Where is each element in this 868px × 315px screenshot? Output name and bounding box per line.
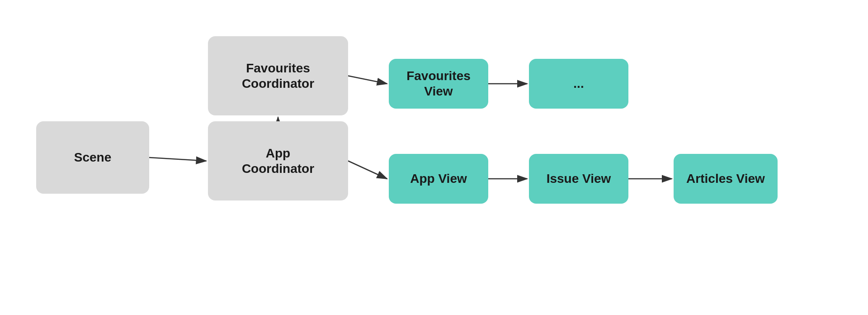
app-view-node: App View <box>389 154 488 204</box>
issue-view-label: Issue View <box>547 171 611 186</box>
favourites-coordinator-node: FavouritesCoordinator <box>208 36 348 115</box>
diagram-container: Scene AppCoordinator FavouritesCoordinat… <box>0 0 868 315</box>
nodes-layer: Scene AppCoordinator FavouritesCoordinat… <box>0 0 868 315</box>
app-view-label: App View <box>410 171 467 186</box>
favourites-view-node: FavouritesView <box>389 59 488 109</box>
articles-view-node: Articles View <box>674 154 778 204</box>
ellipsis-node: ... <box>529 59 628 109</box>
app-coordinator-label: AppCoordinator <box>242 146 314 176</box>
issue-view-node: Issue View <box>529 154 628 204</box>
articles-view-label: Articles View <box>686 171 765 186</box>
favourites-coordinator-label: FavouritesCoordinator <box>242 61 314 91</box>
scene-label: Scene <box>74 150 112 165</box>
ellipsis-label: ... <box>573 76 584 91</box>
app-coordinator-node: AppCoordinator <box>208 121 348 200</box>
scene-node: Scene <box>36 121 149 194</box>
favourites-view-label: FavouritesView <box>406 68 471 99</box>
